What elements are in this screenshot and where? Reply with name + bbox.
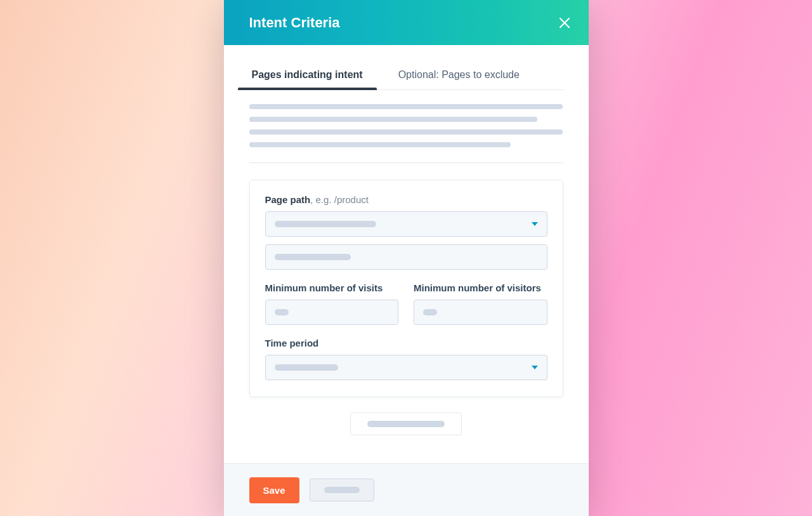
page-backdrop: Intent Criteria Pages indicating intent … xyxy=(0,0,812,516)
page-path-label: Page path, e.g. /product xyxy=(265,194,547,205)
page-path-input[interactable] xyxy=(265,244,547,270)
criteria-card: Page path, e.g. /product Minimum number … xyxy=(249,180,563,397)
description-skeleton xyxy=(249,104,563,147)
visits-visitors-row: Minimum number of visits Minimum number … xyxy=(265,282,547,325)
min-visitors-input[interactable] xyxy=(414,300,547,325)
min-visitors-col: Minimum number of visitors xyxy=(414,282,547,325)
min-visits-col: Minimum number of visits xyxy=(265,282,399,325)
time-period-select[interactable] xyxy=(265,355,547,380)
min-visitors-label: Minimum number of visitors xyxy=(414,282,547,293)
close-icon xyxy=(559,17,570,29)
min-visits-label: Minimum number of visits xyxy=(265,282,399,293)
tabs: Pages indicating intent Optional: Pages … xyxy=(249,63,563,90)
close-button[interactable] xyxy=(556,14,573,32)
chevron-down-icon xyxy=(532,366,538,369)
page-path-label-bold: Page path xyxy=(265,194,311,205)
intent-criteria-modal: Intent Criteria Pages indicating intent … xyxy=(224,0,589,516)
skeleton-line xyxy=(249,129,563,135)
placeholder-bar xyxy=(423,309,437,315)
modal-footer: Save xyxy=(224,463,589,516)
save-button[interactable]: Save xyxy=(249,477,299,503)
modal-body: Pages indicating intent Optional: Pages … xyxy=(224,45,589,463)
placeholder-bar xyxy=(367,421,445,427)
modal-title: Intent Criteria xyxy=(249,15,340,31)
cancel-button[interactable] xyxy=(310,479,374,501)
placeholder-bar xyxy=(275,309,289,315)
skeleton-line xyxy=(249,104,563,109)
skeleton-line xyxy=(249,117,537,122)
chevron-down-icon xyxy=(532,222,538,226)
time-period-label: Time period xyxy=(265,338,547,348)
placeholder-bar xyxy=(324,487,360,493)
placeholder-bar xyxy=(275,221,376,227)
page-path-condition-select[interactable] xyxy=(265,211,547,237)
placeholder-bar xyxy=(275,254,351,260)
page-path-label-hint: , e.g. /product xyxy=(310,194,369,205)
add-action-row xyxy=(249,413,563,435)
min-visits-input[interactable] xyxy=(265,300,399,325)
modal-header: Intent Criteria xyxy=(224,0,589,45)
skeleton-line xyxy=(249,142,511,147)
add-criteria-button[interactable] xyxy=(350,413,462,435)
divider xyxy=(249,162,563,163)
time-period-block: Time period xyxy=(265,338,547,380)
placeholder-bar xyxy=(275,364,338,371)
tab-pages-indicating-intent[interactable]: Pages indicating intent xyxy=(249,63,365,89)
tab-pages-to-exclude[interactable]: Optional: Pages to exclude xyxy=(396,63,522,89)
